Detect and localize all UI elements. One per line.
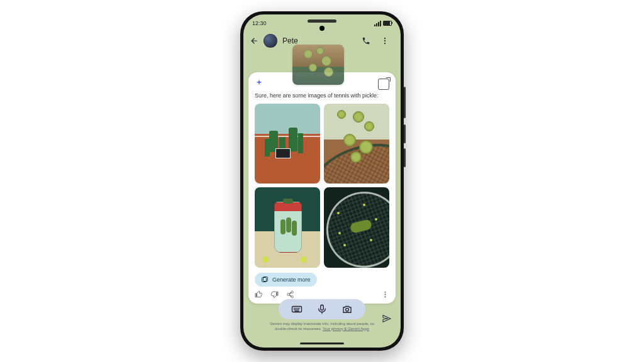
thumbs-up-icon	[255, 290, 263, 299]
camera-icon	[341, 304, 353, 315]
response-more-button[interactable]	[381, 290, 389, 299]
keyboard-icon	[291, 304, 303, 315]
svg-point-10	[346, 308, 349, 311]
generated-image-4[interactable]	[324, 187, 389, 268]
disclaimer-text: Gemini may display inaccurate info, incl…	[270, 322, 374, 331]
generated-image-3[interactable]	[255, 187, 320, 268]
image-grid	[255, 104, 389, 268]
response-text: Sure, here are some images of tennis wit…	[255, 92, 389, 100]
keyboard-button[interactable]	[291, 304, 303, 315]
share-icon	[286, 290, 294, 299]
generated-image-2[interactable]	[324, 104, 389, 184]
svg-point-6	[385, 294, 386, 295]
battery-icon	[383, 21, 392, 26]
svg-point-7	[385, 296, 386, 297]
share-button[interactable]	[286, 290, 294, 299]
call-button[interactable]	[362, 36, 375, 45]
privacy-link[interactable]: Your privacy & Gemini Apps	[323, 327, 369, 331]
gemini-response-card: Sure, here are some images of tennis wit…	[248, 72, 396, 304]
contact-avatar[interactable]	[264, 34, 277, 48]
svg-rect-9	[321, 305, 324, 310]
more-vert-icon	[380, 36, 389, 45]
signal-icon	[374, 21, 381, 26]
volume-up-button	[404, 124, 406, 143]
contact-name: Pete	[282, 36, 357, 45]
phone-speaker	[308, 19, 336, 23]
status-time: 12:30	[252, 20, 267, 26]
arrow-left-icon	[250, 36, 258, 45]
svg-point-1	[384, 40, 386, 41]
more-button[interactable]	[380, 36, 394, 45]
svg-point-5	[385, 292, 386, 293]
sent-image-thumbnail[interactable]	[292, 45, 344, 85]
mic-icon	[316, 304, 328, 315]
generated-image-1[interactable]	[255, 104, 320, 184]
generate-icon	[261, 276, 269, 283]
phone-frame: 12:30 Pete	[240, 11, 404, 351]
input-pill	[279, 299, 365, 319]
camera-button[interactable]	[341, 304, 353, 315]
svg-point-0	[384, 38, 386, 39]
phone-icon	[362, 36, 370, 45]
power-button	[404, 87, 406, 118]
mic-button[interactable]	[316, 304, 328, 315]
thumbs-down-icon	[270, 290, 279, 299]
thumbs-down-button[interactable]	[270, 290, 279, 299]
more-vert-icon	[381, 290, 389, 299]
back-button[interactable]	[250, 36, 258, 45]
thumbs-up-button[interactable]	[255, 290, 263, 299]
volume-down-button	[404, 148, 406, 167]
generate-more-label: Generate more	[272, 277, 311, 283]
generate-more-button[interactable]: Generate more	[255, 273, 317, 287]
phone-screen: 12:30 Pete	[243, 14, 401, 348]
home-indicator[interactable]	[300, 343, 344, 344]
svg-point-2	[384, 43, 386, 44]
open-external-button[interactable]	[378, 79, 389, 90]
input-dock: Gemini may display inaccurate info, incl…	[243, 299, 401, 331]
gemini-spark-icon	[255, 79, 264, 87]
feedback-row	[255, 290, 389, 299]
front-camera	[319, 26, 325, 31]
